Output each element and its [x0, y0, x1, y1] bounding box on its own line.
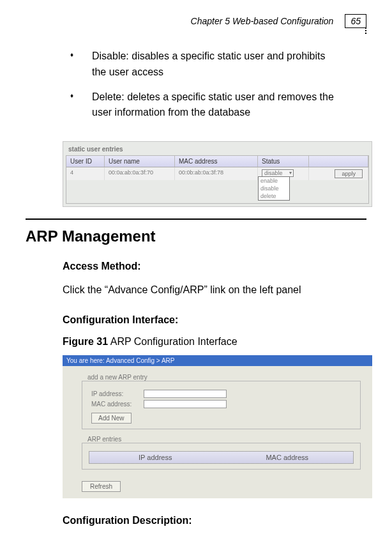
add-new-button[interactable]: Add New [91, 413, 132, 424]
refresh-button[interactable]: Refresh [82, 481, 121, 492]
figure1-table-header: User ID User name MAC address Status [66, 156, 368, 167]
col-user-id: User ID [66, 156, 105, 167]
figure-static-users: static user entries User ID User name MA… [26, 137, 366, 210]
add-arp-fieldset: IP address: MAC address: Add New [82, 381, 361, 429]
figure-label: Figure 31 ARP Configuration Interface [26, 336, 366, 355]
breadcrumb: You are here: Advanced Config > ARP [63, 355, 372, 366]
col-user-name: User name [105, 156, 175, 167]
chapter-title: Chapter 5 Web-based Configuration [191, 16, 334, 26]
th-ip: IP address [89, 452, 222, 463]
arp-table-header: IP address MAC address [89, 451, 354, 464]
config-interface-heading: Configuration Interface: [26, 308, 366, 336]
bullet-list: Disable: disables a specific static user… [26, 33, 366, 137]
cell-user-name: 00:0a:ab:0a:3f:70 [105, 167, 175, 180]
bullet-item: Delete: deletes a specific static user a… [70, 89, 341, 121]
access-method-text: Click the “Advance Config/ARP” link on t… [26, 282, 366, 308]
fieldset-legend-entries: ARP entries [86, 436, 123, 443]
option-enable[interactable]: enable [259, 177, 289, 185]
bullet-item: Disable: disables a specific static user… [70, 49, 341, 80]
table-row: 4 00:0a:ab:0a:3f:70 00:0b:ab:0a:3f:78 di… [66, 167, 368, 180]
section-title: ARP Management [26, 224, 366, 254]
page-header: Chapter 5 Web-based Configuration 65 [26, 0, 366, 33]
option-disable[interactable]: disable [259, 185, 289, 192]
status-dropdown[interactable]: enable disable delete [258, 176, 290, 201]
fieldset-legend-add: add a new ARP entry [86, 374, 149, 381]
col-status: Status [258, 156, 309, 167]
option-delete[interactable]: delete [259, 192, 289, 200]
page-number: 65 [345, 14, 366, 28]
mac-address-label: MAC address: [91, 401, 144, 408]
cell-user-id: 4 [66, 167, 105, 180]
access-method-heading: Access Method: [26, 254, 366, 282]
figure-arp-config: You are here: Advanced Config > ARP add … [63, 355, 372, 498]
apply-button[interactable]: apply [335, 169, 363, 178]
figure-number: Figure 31 [63, 336, 108, 347]
ip-address-input[interactable] [144, 390, 227, 398]
figure1-caption: static user entries [66, 144, 369, 155]
ip-address-label: IP address: [91, 390, 144, 397]
col-mac: MAC address [175, 156, 258, 167]
mac-address-input[interactable] [144, 400, 227, 408]
config-description-heading: Configuration Description: [26, 498, 366, 537]
figure-title: ARP Configuration Interface [108, 336, 237, 347]
section-divider [26, 218, 366, 220]
arp-entries-fieldset: IP address MAC address [82, 443, 361, 470]
cell-mac: 00:0b:ab:0a:3f:78 [175, 167, 258, 180]
th-mac: MAC address [222, 452, 354, 463]
